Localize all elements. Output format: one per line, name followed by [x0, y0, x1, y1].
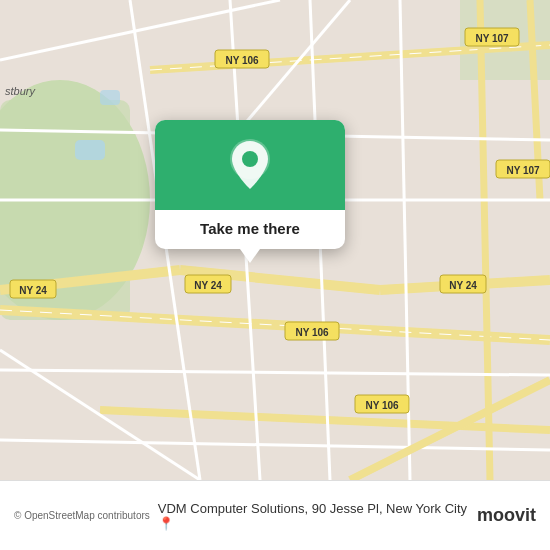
location-text: VDM Computer Solutions, 90 Jesse Pl, New…	[158, 501, 469, 531]
svg-text:NY 106: NY 106	[225, 55, 259, 66]
map-container: NY 106 NY 106 NY 106 NY 107 NY 107 NY 24…	[0, 0, 550, 480]
svg-rect-4	[75, 140, 105, 160]
svg-text:NY 107: NY 107	[506, 165, 540, 176]
svg-text:NY 24: NY 24	[194, 280, 222, 291]
svg-point-46	[242, 151, 258, 167]
location-pin-emoji: 📍	[158, 516, 174, 531]
moovit-logo: moovit	[477, 505, 536, 526]
map-popup: Take me there	[155, 120, 345, 249]
bottom-bar: © OpenStreetMap contributors VDM Compute…	[0, 480, 550, 550]
location-pin-icon	[228, 139, 272, 191]
svg-rect-5	[100, 90, 120, 105]
svg-text:NY 106: NY 106	[295, 327, 329, 338]
svg-text:NY 24: NY 24	[449, 280, 477, 291]
moovit-label: moovit	[477, 505, 536, 526]
svg-text:NY 107: NY 107	[475, 33, 509, 44]
svg-text:stbury: stbury	[5, 85, 36, 97]
take-me-there-button[interactable]: Take me there	[184, 210, 316, 249]
popup-icon-area	[155, 120, 345, 210]
copyright-text: © OpenStreetMap contributors	[14, 510, 150, 521]
svg-text:NY 106: NY 106	[365, 400, 399, 411]
svg-text:NY 24: NY 24	[19, 285, 47, 296]
